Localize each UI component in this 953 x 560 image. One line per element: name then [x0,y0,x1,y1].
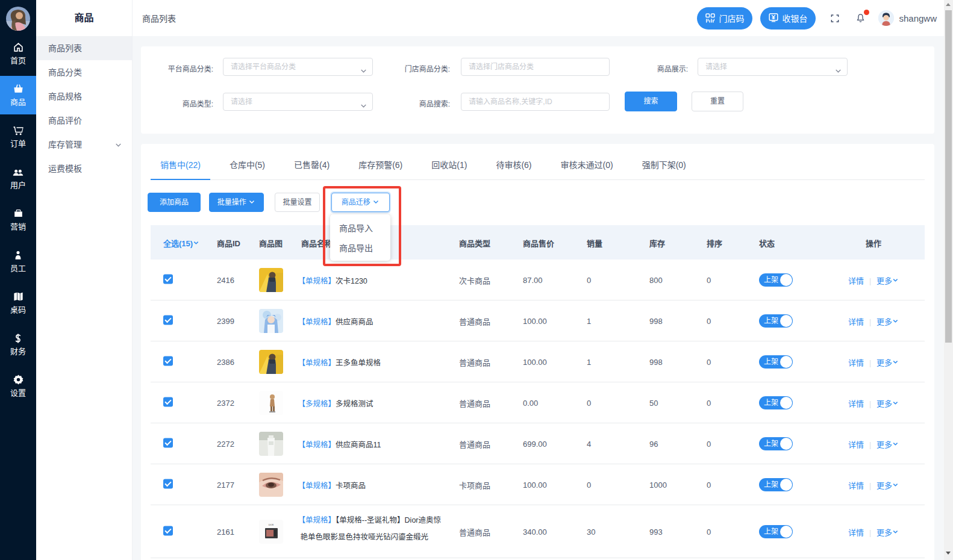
svg-text:DIOR: DIOR [269,524,274,526]
